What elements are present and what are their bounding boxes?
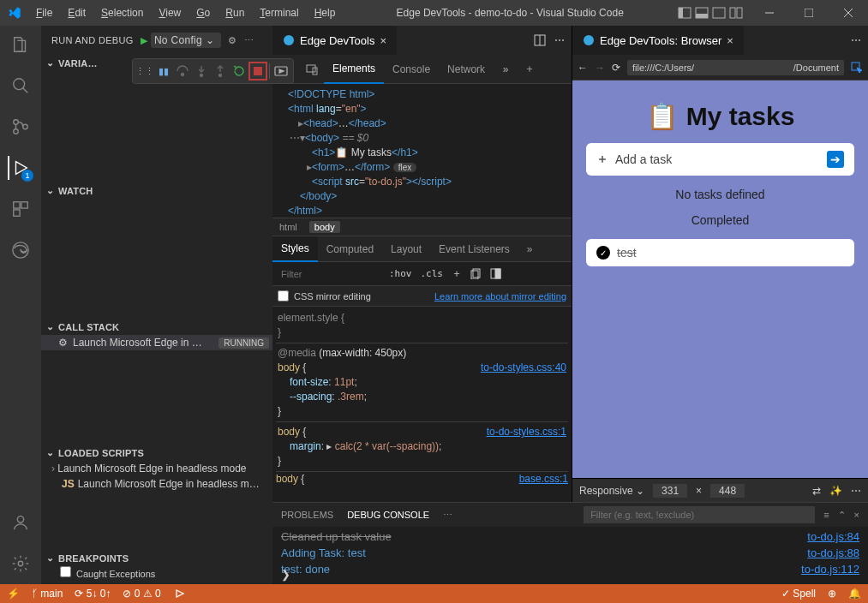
styles-pane[interactable]: element.style { } @media (max-width: 450… xyxy=(272,307,572,502)
wand-icon[interactable]: ✨ xyxy=(829,485,842,497)
branch-indicator[interactable]: ᚶ main xyxy=(32,588,63,600)
edge-icon[interactable] xyxy=(9,238,33,262)
menu-selection[interactable]: Selection xyxy=(94,3,150,22)
add-tab-icon[interactable]: ＋ xyxy=(518,62,542,76)
loaded-script-item[interactable]: JSLaunch Microsoft Edge in headless m… xyxy=(41,476,272,492)
close-icon[interactable]: × xyxy=(727,34,733,47)
tab-computed[interactable]: Computed xyxy=(318,236,382,262)
account-icon[interactable] xyxy=(9,510,33,534)
pause-icon[interactable]: ▮▮ xyxy=(154,62,173,81)
cls-button[interactable]: .cls xyxy=(421,268,444,279)
tab-network[interactable]: Network xyxy=(439,55,494,84)
task-item[interactable]: ✓ test xyxy=(586,239,854,266)
breakpoint-item[interactable]: Caught Exceptions xyxy=(41,566,272,579)
width-input[interactable]: 331 xyxy=(653,484,687,498)
tab-browser[interactable]: Edge DevTools: Browser× xyxy=(572,26,745,55)
errors-indicator[interactable]: ⊘ 0 ⚠ 0 xyxy=(123,588,160,600)
section-loaded-scripts[interactable]: ⌄LOADED SCRIPTS xyxy=(41,445,272,461)
filter-icon[interactable]: ≡ xyxy=(823,510,829,520)
hov-button[interactable]: :hov xyxy=(389,268,412,279)
dom-breadcrumb[interactable]: html body xyxy=(272,218,572,236)
more-icon[interactable]: ⋯ xyxy=(851,485,861,497)
menu-edit[interactable]: Edit xyxy=(61,3,93,22)
add-rule-icon[interactable]: ＋ xyxy=(452,266,462,281)
layout-bottom-icon[interactable] xyxy=(695,6,709,20)
screencast-icon[interactable] xyxy=(272,62,290,81)
step-out-icon[interactable] xyxy=(211,62,230,81)
more-icon[interactable]: ⋯ xyxy=(443,510,452,521)
forward-icon[interactable]: → xyxy=(595,62,605,74)
spell-indicator[interactable]: ✓ Spell xyxy=(781,588,816,600)
feedback-icon[interactable]: ⊕ xyxy=(828,588,836,600)
styles-filter-input[interactable] xyxy=(278,266,380,283)
expand-icon[interactable]: » xyxy=(518,236,542,262)
menu-view[interactable]: View xyxy=(152,3,188,22)
section-breakpoints[interactable]: ⌄BREAKPOINTS xyxy=(41,550,272,566)
menu-terminal[interactable]: Terminal xyxy=(253,3,305,22)
bell-icon[interactable]: 🔔 xyxy=(848,588,861,600)
menu-help[interactable]: Help xyxy=(308,3,343,22)
url-bar[interactable]: file:///C:/Users//Document xyxy=(627,60,844,75)
debug-icon[interactable]: 1 xyxy=(8,156,32,180)
minimize-button[interactable] xyxy=(750,0,789,26)
layout-grid-icon[interactable] xyxy=(729,6,743,20)
height-input[interactable]: 448 xyxy=(710,484,745,498)
menu-run[interactable]: Run xyxy=(218,3,251,22)
copy-icon[interactable] xyxy=(470,268,482,279)
loaded-script-item[interactable]: › Launch Microsoft Edge in headless mode xyxy=(41,461,272,476)
explorer-icon[interactable] xyxy=(9,33,33,57)
debug-toolbar[interactable]: ⋮⋮ ▮▮ xyxy=(132,58,294,84)
section-callstack[interactable]: ⌄CALL STACK xyxy=(41,319,272,335)
more-icon[interactable]: ⋯ xyxy=(851,34,861,46)
mirror-link[interactable]: Learn more about mirror editing xyxy=(434,291,566,302)
tab-listeners[interactable]: Event Listeners xyxy=(430,236,518,262)
browser-viewport[interactable]: 📋My tasks ＋ Add a task ➔ No tasks define… xyxy=(572,81,868,478)
debug-config-select[interactable]: No Config⌄ xyxy=(151,33,221,48)
menu-file[interactable]: File xyxy=(29,3,59,22)
panel-filter-input[interactable] xyxy=(584,506,815,523)
drag-handle-icon[interactable]: ⋮⋮ xyxy=(135,62,154,81)
remote-icon[interactable]: ⚡ xyxy=(7,588,20,600)
tab-layout[interactable]: Layout xyxy=(382,236,430,262)
close-button[interactable] xyxy=(829,0,868,26)
toggle-icon[interactable] xyxy=(490,268,501,279)
inspect-icon[interactable] xyxy=(851,62,863,74)
maximize-button[interactable] xyxy=(789,0,829,26)
tab-devtools[interactable]: Edge DevTools× xyxy=(272,26,398,55)
caught-exceptions-checkbox[interactable] xyxy=(60,566,71,577)
check-icon[interactable]: ✓ xyxy=(596,246,610,260)
step-into-icon[interactable] xyxy=(192,62,211,81)
tab-elements[interactable]: Elements xyxy=(324,55,384,84)
callstack-item[interactable]: ⚙ Launch Microsoft Edge in … RUNNING xyxy=(41,335,272,350)
stop-button[interactable] xyxy=(248,62,267,81)
more-icon[interactable]: ⋯ xyxy=(244,35,254,46)
extensions-icon[interactable] xyxy=(9,197,33,221)
debug-console-output[interactable]: Cleaned up task valueto-do.js:84 Adding … xyxy=(272,527,868,584)
layout-left-icon[interactable] xyxy=(678,6,691,20)
responsive-select[interactable]: Responsive ⌄ xyxy=(579,485,644,497)
search-icon[interactable] xyxy=(9,74,33,98)
tab-debug-console[interactable]: DEBUG CONSOLE xyxy=(347,510,429,520)
settings-icon[interactable] xyxy=(9,552,33,576)
start-debug-icon[interactable]: ▶ xyxy=(141,35,147,46)
menu-go[interactable]: Go xyxy=(189,3,217,22)
section-watch[interactable]: ⌄WATCH xyxy=(41,182,272,199)
device-icon[interactable] xyxy=(300,63,324,75)
mirror-checkbox[interactable] xyxy=(278,290,289,302)
rotate-icon[interactable]: ⇄ xyxy=(812,485,821,497)
tab-problems[interactable]: PROBLEMS xyxy=(281,510,333,520)
close-icon[interactable]: × xyxy=(380,34,386,47)
tab-styles[interactable]: Styles xyxy=(272,236,318,262)
dom-tree[interactable]: <!DOCTYPE html> <html lang="en"> ▸<head>… xyxy=(272,84,572,218)
tab-console[interactable]: Console xyxy=(384,55,439,84)
step-over-icon[interactable] xyxy=(173,62,192,81)
sync-indicator[interactable]: ⟳ 5↓ 0↑ xyxy=(75,588,111,600)
add-task-input[interactable]: ＋ Add a task ➔ xyxy=(586,143,854,176)
collapse-icon[interactable]: ⌃ xyxy=(838,510,846,521)
scm-icon[interactable] xyxy=(9,115,33,139)
reload-icon[interactable]: ⟳ xyxy=(612,62,620,74)
split-icon[interactable] xyxy=(534,34,546,46)
restart-icon[interactable] xyxy=(230,62,248,81)
more-icon[interactable]: ⋯ xyxy=(554,34,565,46)
expand-icon[interactable]: » xyxy=(494,63,518,75)
